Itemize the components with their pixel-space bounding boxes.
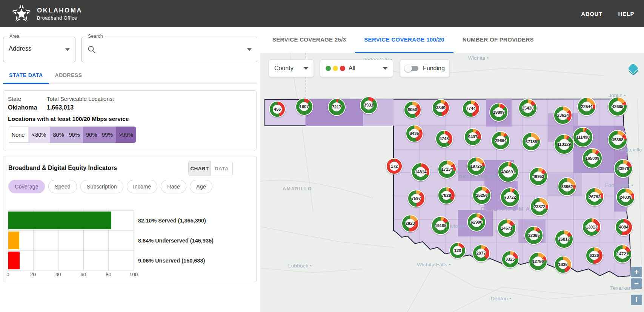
tab-address[interactable]: ADDRESS [49, 67, 88, 84]
county-level-dropdown[interactable]: County [269, 60, 314, 77]
county-donut[interactable]: 33976 [614, 159, 633, 178]
map-tab-service-coverage-25-3[interactable]: SERVICE COVERAGE 25/3 [263, 27, 355, 53]
county-donut[interactable]: 113129 [554, 134, 574, 154]
county-donut[interactable]: 13013 [582, 218, 601, 236]
county-donut[interactable]: 14814 [411, 162, 430, 181]
county-donut[interactable]: 12786 [529, 252, 547, 271]
map-info-button[interactable]: i [631, 295, 642, 305]
map-tabs: SERVICE COVERAGE 25/3SERVICE COVERAGE 10… [260, 27, 644, 53]
tab-state-data[interactable]: STATE DATA [3, 67, 49, 84]
county-donut[interactable]: 26817 [555, 230, 573, 249]
county-donut[interactable]: 9437 [464, 128, 482, 146]
chevron-down-icon [304, 67, 308, 70]
map-zoom-in-button[interactable]: + [631, 267, 642, 277]
donut-value: 23624 [557, 113, 569, 117]
legend-segment-none[interactable]: None [8, 127, 28, 143]
county-donut[interactable]: 4748 [435, 130, 453, 148]
legend-segment-8090[interactable]: 80% - 90% [50, 127, 83, 143]
bar-served [8, 212, 111, 229]
county-donut[interactable]: 3849 [432, 99, 450, 117]
map-tab-number-of-providers[interactable]: NUMBER OF PROVIDERS [453, 27, 543, 53]
bar-value-label: 9.06% Unserved (150,688) [138, 258, 205, 264]
county-donut[interactable]: 25256 [472, 186, 491, 205]
logo-subtitle: Broadband Office [37, 15, 82, 21]
county-donut[interactable]: 17134 [438, 160, 456, 179]
county-donut[interactable]: 2977 [472, 244, 490, 262]
donut-value: 25430 [522, 106, 534, 110]
county-donut[interactable]: 42685 [608, 97, 627, 116]
county-donut[interactable]: 24039 [616, 188, 635, 207]
chart-view-button[interactable]: CHART [189, 161, 211, 176]
county-donut[interactable]: 7597 [407, 190, 425, 207]
donut-value: 111498 [576, 135, 590, 139]
chip-income[interactable]: Income [127, 180, 158, 193]
county-donut[interactable]: 14721 [613, 244, 632, 263]
county-donut[interactable]: 6326 [586, 247, 603, 264]
chip-subscription[interactable]: Subscription [80, 180, 123, 193]
county-donut[interactable]: 14571 [497, 219, 516, 238]
county-donut[interactable]: 1807 [295, 98, 313, 116]
county-donut[interactable]: 73722 [500, 187, 520, 207]
county-donut[interactable]: 29684 [491, 131, 510, 150]
county-donut[interactable]: 19899 [489, 103, 508, 122]
bar-value-label: 82.10% Served (1,365,390) [138, 218, 206, 224]
top-header: OKLAHOMA Broadband Office ABOUTHELP [0, 0, 644, 27]
county-donut[interactable]: 32385 [524, 226, 543, 245]
search-field[interactable]: Search [81, 37, 257, 62]
county-donut[interactable]: 456 [269, 101, 286, 117]
legend-segment-9099[interactable]: 90% - 99% [83, 127, 116, 143]
legend-segment-80[interactable]: <80% [28, 127, 50, 143]
nav-link-about[interactable]: ABOUT [581, 11, 602, 17]
county-donut[interactable]: 23624 [553, 106, 572, 125]
county-donut[interactable]: 35388 [608, 130, 627, 150]
county-donut[interactable]: 1838 [554, 256, 572, 273]
chart-data-toggle: CHARTDATA [188, 161, 233, 176]
county-donut[interactable]: 165009 [582, 148, 603, 168]
county-donut[interactable]: 26782 [585, 187, 604, 206]
chip-age[interactable]: Age [190, 180, 212, 193]
county-donut[interactable]: 7744 [462, 100, 480, 117]
data-view-button[interactable]: DATA [211, 161, 232, 176]
county-donut[interactable]: 3325 [501, 250, 519, 268]
chip-race[interactable]: Race [161, 180, 186, 193]
county-donut[interactable]: 7828 [438, 187, 455, 204]
donut-value: 14721 [617, 252, 629, 256]
county-donut[interactable]: 2823 [401, 215, 419, 232]
county-donut[interactable]: 111498 [573, 127, 593, 147]
chart-gridline [8, 270, 134, 271]
county-donut[interactable]: 6050 [404, 101, 421, 119]
county-donut[interactable]: 25430 [518, 99, 537, 117]
county-donut[interactable]: 62990 [467, 213, 486, 232]
nav-link-help[interactable]: HELP [618, 11, 634, 17]
legend-segment-99[interactable]: >99% [116, 127, 136, 143]
county-donut[interactable]: 23872 [530, 197, 549, 216]
chip-coverage[interactable]: Coverage [8, 180, 45, 193]
county-donut[interactable]: 120 [449, 242, 466, 259]
total-locations-value: 1,663,013 [47, 104, 252, 111]
state-value: Oklahoma [8, 104, 47, 111]
map-zoom-out-button[interactable]: − [631, 278, 642, 289]
county-donut[interactable]: 7217 [328, 98, 346, 116]
chip-speed[interactable]: Speed [48, 180, 77, 193]
county-donut[interactable]: 3931 [360, 96, 378, 114]
county-donut[interactable]: 49953 [529, 167, 548, 186]
map-canvas[interactable]: Dodge City •Wichita •Joplin •Fayettevill… [260, 53, 644, 312]
county-donut[interactable]: 19105 [431, 216, 450, 235]
oklahoma-map [260, 53, 644, 312]
county-donut[interactable]: 406691 [498, 161, 519, 182]
chevron-down-icon [383, 67, 387, 70]
county-donut[interactable]: 19725 [467, 157, 486, 176]
funding-toggle[interactable] [406, 66, 418, 71]
search-input[interactable] [101, 46, 247, 53]
county-donut[interactable]: 8435 [406, 125, 423, 142]
county-donut[interactable]: 33962 [558, 177, 576, 196]
map-tab-service-coverage-100-20[interactable]: SERVICE COVERAGE 100/20 [355, 27, 453, 53]
county-donut[interactable]: 172 [386, 158, 403, 175]
donut-value: 120 [454, 248, 461, 253]
county-donut[interactable]: 37185 [522, 132, 541, 151]
provider-filter-dropdown[interactable]: All [320, 60, 393, 77]
county-donut[interactable]: 4084 [615, 218, 633, 236]
layers-button[interactable] [625, 60, 641, 77]
county-donut[interactable]: 22544 [577, 97, 596, 116]
area-select[interactable]: Area Address [3, 37, 75, 62]
